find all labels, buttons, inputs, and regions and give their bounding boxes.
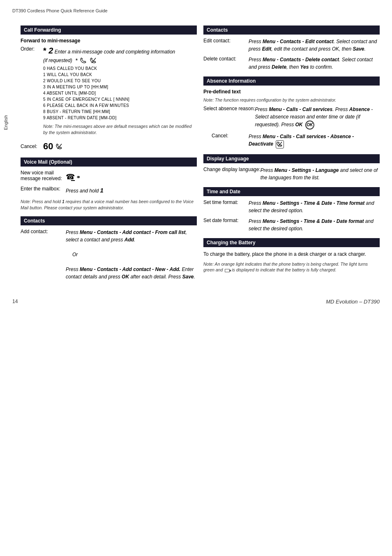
list-item: 5 IN CASE OF EMERGENCY CALL [ NNNN] [43, 96, 197, 102]
absence-cancel-content: Press Menu - Calls - Call services - Abs… [249, 133, 380, 148]
page-header: DT390 Cordless Phone Quick Reference Gui… [12, 8, 380, 13]
voice-mail-note: Note: Press and hold 1 requires that a v… [21, 199, 197, 211]
list-item: 3 IN A MEETING UP TO [HH:MM] [43, 84, 197, 90]
voice-mail-title: Voice Mail (Optional) [21, 158, 197, 167]
list-item: 6 PLEASE CALL BACK IN A FEW MINUTES [43, 102, 197, 109]
contacts-right-section: Contacts Edit contact: Press Menu - Cont… [203, 25, 380, 71]
cancel-call-icon [55, 143, 64, 150]
absence-cancel-row: Cancel: Press Menu - Calls - Call servic… [203, 133, 380, 148]
order-text: Enter a mini-message code and completing… [55, 49, 175, 55]
contacts-left-title: Contacts [21, 216, 197, 225]
set-date-content: Press Menu - Settings - Time & Date - Da… [249, 218, 380, 232]
enter-mailbox-content: Press and hold 1 [66, 186, 197, 195]
star-code: * 2 [43, 46, 53, 55]
deactivate-icon [276, 140, 284, 148]
list-item: 1 WILL CALL YOU BACK [43, 72, 197, 78]
voicemail-circles: ⚭ [76, 174, 81, 181]
if-requested-text: (if requested) [43, 58, 72, 63]
add-contact-content: Press Menu - Contacts - Add contact - Fr… [66, 229, 197, 280]
charging-title: Charging the Battery [203, 238, 380, 247]
absence-cancel-label: Cancel: [203, 133, 249, 139]
cancel-label: Cancel: [21, 144, 43, 149]
guide-title: DT390 Cordless Phone Quick Reference Gui… [12, 8, 108, 13]
icons-row: (if requested) * [43, 57, 197, 64]
new-voicemail-label: New voice mailmessage received: [21, 170, 66, 181]
set-date-label: Set date format: [203, 218, 249, 223]
voice-mail-section: Voice Mail (Optional) New voice mailmess… [21, 158, 197, 211]
charging-section: Charging the Battery To charge the batte… [203, 238, 380, 273]
set-time-content: Press Menu - Settings - Time & Date - Ti… [249, 199, 380, 214]
contacts-right-title: Contacts [203, 25, 380, 35]
voicemail-symbol: ☎̲ [66, 171, 75, 183]
change-language-label: Change display language: [203, 167, 261, 172]
set-time-label: Set time format: [203, 199, 249, 205]
charging-text: To charge the battery, place the phone i… [203, 250, 380, 258]
list-item: 0 HAS CALLED YOU BACK [43, 65, 197, 72]
order-code-line: * 2 Enter a mini-message code and comple… [43, 46, 197, 56]
edit-contact-label: Edit contact: [203, 38, 249, 44]
page-footer: 14 MD Evolution – DT390 [12, 299, 380, 305]
display-language-section: Display Language Change display language… [203, 154, 380, 181]
change-language-content: Press Menu - Settings - Language and sel… [261, 167, 380, 181]
absence-info-title: Absence Information [203, 76, 380, 86]
display-language-title: Display Language [203, 154, 380, 163]
set-time-format-row: Set time format: Press Menu - Settings -… [203, 199, 380, 214]
product-name: MD Evolution – DT390 [326, 299, 380, 305]
pre-defined-text-header: Pre-defined text [203, 89, 380, 95]
list-item: 4 ABSENT UNTIL [MM-DD] [43, 90, 197, 96]
change-language-row: Change display language: Press Menu - Se… [203, 167, 380, 181]
mini-msg-note: Note: The mini-messages above are defaul… [43, 123, 197, 135]
order-label: Order: [21, 46, 43, 52]
sidebar-language-label: English [3, 115, 8, 130]
edit-contact-content: Press Menu - Contacts - Edit contact. Se… [249, 38, 380, 53]
set-date-format-row: Set date format: Press Menu - Settings -… [203, 218, 380, 232]
select-absence-content: Press Menu - Calls - Call services. Pres… [255, 106, 380, 130]
ok-icon: OK [305, 120, 314, 130]
order-content: * 2 Enter a mini-message code and comple… [43, 46, 197, 138]
time-date-title: Time and Date [203, 187, 380, 196]
edit-contact-row: Edit contact: Press Menu - Contacts - Ed… [203, 38, 380, 53]
call-forwarding-section: Call Forwarding Forward to mini-message … [21, 25, 197, 152]
call-icon [80, 58, 88, 63]
delete-contact-content: Press Menu - Contacts - Delete contact. … [249, 56, 380, 71]
add-contact-row: Add contact: Press Menu - Contacts - Add… [21, 229, 197, 280]
new-voice-mail-row: New voice mailmessage received: ☎̲ ⚭ [21, 170, 197, 183]
contacts-left-section: Contacts Add contact: Press Menu - Conta… [21, 216, 197, 280]
time-date-section: Time and Date Set time format: Press Men… [203, 187, 380, 232]
end-call-icon [90, 58, 97, 63]
call-forwarding-subheader: Forward to mini-message [21, 38, 197, 44]
absence-note: Note: The function requires configuratio… [203, 97, 380, 103]
enter-mailbox-label: Enter the mailbox: [21, 186, 66, 192]
delete-contact-row: Delete contact: Press Menu - Contacts - … [203, 56, 380, 71]
enter-mailbox-row: Enter the mailbox: Press and hold 1 [21, 186, 197, 195]
charging-note: Note: An orange light indicates that the… [203, 261, 380, 273]
cancel-row: Cancel: 60 [21, 141, 197, 152]
battery-icon [225, 269, 230, 272]
star-icon: * [76, 57, 78, 64]
select-absence-row: Select absence reason: Press Menu - Call… [203, 106, 380, 130]
mini-messages-list: 0 HAS CALLED YOU BACK 1 WILL CALL YOU BA… [43, 65, 197, 121]
call-forwarding-title: Call Forwarding [21, 25, 197, 35]
select-absence-label: Select absence reason: [203, 106, 255, 111]
list-item: 8 BUSY - RETURN TIME [HH:MM] [43, 109, 197, 115]
list-item: 9 ABSENT - RETURN DATE [MM-DD] [43, 115, 197, 121]
absence-info-section: Absence Information Pre-defined text Not… [203, 76, 380, 148]
list-item: 2 WOULD LIKE TO SEE YOU [43, 78, 197, 84]
voicemail-icon-container: ☎̲ ⚭ [66, 170, 197, 183]
cancel-number: 60 [43, 141, 53, 152]
page-number: 14 [12, 299, 18, 305]
add-contact-label: Add contact: [21, 229, 66, 234]
delete-contact-label: Delete contact: [203, 56, 249, 62]
